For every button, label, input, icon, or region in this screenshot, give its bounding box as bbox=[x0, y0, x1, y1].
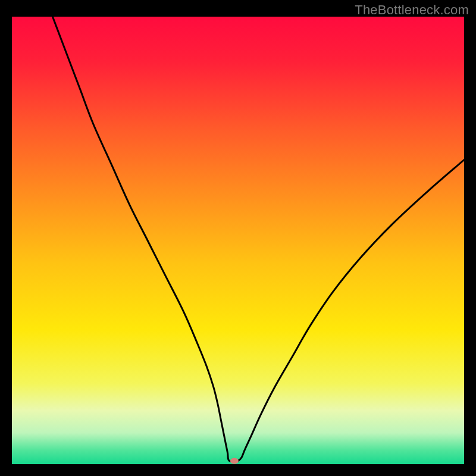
bottleneck-chart bbox=[12, 17, 464, 464]
optimal-point-marker bbox=[230, 458, 239, 464]
plot-area bbox=[12, 17, 464, 464]
chart-frame: TheBottleneck.com bbox=[0, 0, 476, 476]
gradient-background bbox=[12, 17, 464, 464]
watermark-text: TheBottleneck.com bbox=[355, 2, 469, 18]
